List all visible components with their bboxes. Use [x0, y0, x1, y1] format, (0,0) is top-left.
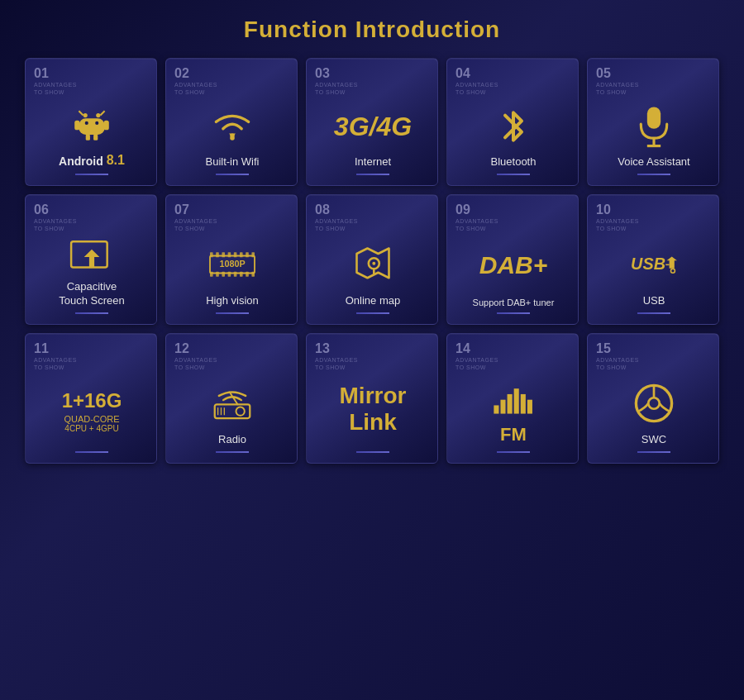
svg-point-52: [648, 398, 660, 409]
svg-rect-17: [210, 252, 213, 257]
card-map: 08 ADVANTAGESTO SHOW Online map: [306, 194, 438, 325]
svg-rect-20: [228, 252, 231, 257]
card-wifi: 02 ADVANTAGESTO SHOW Built-in Wifi: [165, 58, 298, 186]
card-touch: 06 ADVANTAGESTO SHOW CapacitiveTouch Scr…: [25, 194, 157, 325]
svg-rect-25: [210, 271, 213, 276]
svg-line-2: [79, 112, 83, 116]
svg-rect-32: [251, 271, 255, 276]
svg-point-1: [96, 113, 100, 117]
svg-rect-22: [240, 252, 243, 257]
usb-icon: USB: [596, 237, 712, 291]
dab-icon: DAB+: [455, 237, 571, 293]
svg-rect-7: [86, 135, 90, 140]
card-usb: 10 ADVANTAGESTO SHOW USB USB: [587, 194, 719, 325]
map-icon: [315, 237, 431, 291]
card-1080p: 07 ADVANTAGESTO SHOW: [165, 194, 298, 325]
bluetooth-icon: [455, 101, 571, 152]
wifi-icon: [174, 101, 290, 152]
features-grid: 01 ADVANTAGESTO SHOW Android 8.1: [25, 58, 719, 464]
svg-rect-30: [240, 271, 243, 276]
svg-rect-8: [93, 135, 98, 140]
card-radio: 12 ADVANTAGESTO SHOW Radio: [165, 333, 298, 464]
svg-rect-19: [222, 252, 225, 257]
card-swc: 15 ADVANTAGESTO SHOW SWC: [587, 333, 719, 464]
1080p-icon: 1080P: [174, 237, 290, 291]
svg-rect-45: [494, 405, 498, 413]
svg-point-9: [85, 121, 88, 125]
svg-text:USB: USB: [631, 255, 665, 273]
svg-rect-28: [228, 271, 231, 276]
svg-rect-5: [74, 121, 79, 130]
svg-rect-27: [222, 271, 225, 276]
svg-point-35: [372, 261, 375, 264]
internet-icon: 3G/4G: [315, 101, 431, 152]
svg-point-10: [95, 121, 98, 125]
radio-icon: [174, 376, 290, 430]
svg-rect-4: [79, 118, 104, 135]
svg-rect-18: [216, 252, 219, 257]
card-fm: 14 ADVANTAGESTO SHOW FM: [446, 333, 579, 464]
svg-rect-21: [234, 252, 237, 257]
svg-rect-12: [647, 107, 661, 129]
svg-point-11: [230, 136, 235, 140]
svg-rect-29: [234, 271, 237, 276]
card-android: 01 ADVANTAGESTO SHOW Android 8.1: [25, 58, 157, 186]
card-cpu: 11 ADVANTAGESTO SHOW 1+16G QUAD-CORE 4CP…: [25, 333, 157, 464]
svg-rect-47: [508, 394, 513, 414]
svg-point-43: [236, 407, 245, 415]
svg-rect-49: [521, 394, 526, 414]
svg-text:1080P: 1080P: [219, 259, 245, 269]
swc-icon: [596, 376, 712, 430]
card-mirror: 13 ADVANTAGESTO SHOW MirrorLink: [306, 333, 438, 464]
card-bluetooth: 04 ADVANTAGESTO SHOW Bluetooth: [446, 58, 579, 186]
card-dab: 09 ADVANTAGESTO SHOW DAB+ Support DAB+ t…: [446, 194, 579, 325]
fm-icon: [455, 376, 571, 420]
svg-rect-23: [246, 252, 249, 257]
svg-point-38: [670, 269, 675, 273]
card-voice: 05 ADVANTAGESTO SHOW Voice Assistant: [587, 58, 719, 186]
page-title: Function Introduction: [244, 17, 500, 43]
svg-rect-6: [104, 121, 109, 130]
svg-rect-50: [527, 399, 532, 413]
card-internet: 03 ADVANTAGESTO SHOW 3G/4G Internet: [306, 58, 438, 186]
svg-rect-46: [500, 399, 505, 413]
svg-point-0: [83, 113, 88, 117]
android-icon: [34, 101, 150, 149]
svg-line-3: [100, 112, 104, 116]
svg-rect-48: [514, 388, 519, 413]
svg-rect-31: [246, 271, 249, 276]
svg-rect-24: [251, 252, 255, 257]
svg-rect-26: [216, 271, 219, 276]
voice-icon: [596, 101, 712, 152]
touch-icon: [34, 237, 150, 277]
